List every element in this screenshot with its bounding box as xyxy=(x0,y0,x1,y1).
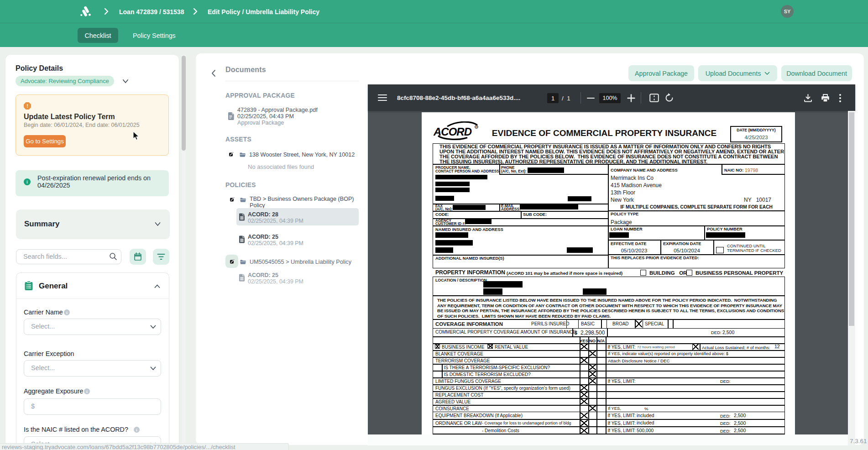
svg-text:ACORD: ACORD xyxy=(433,126,472,138)
svg-text:R: R xyxy=(476,126,478,128)
